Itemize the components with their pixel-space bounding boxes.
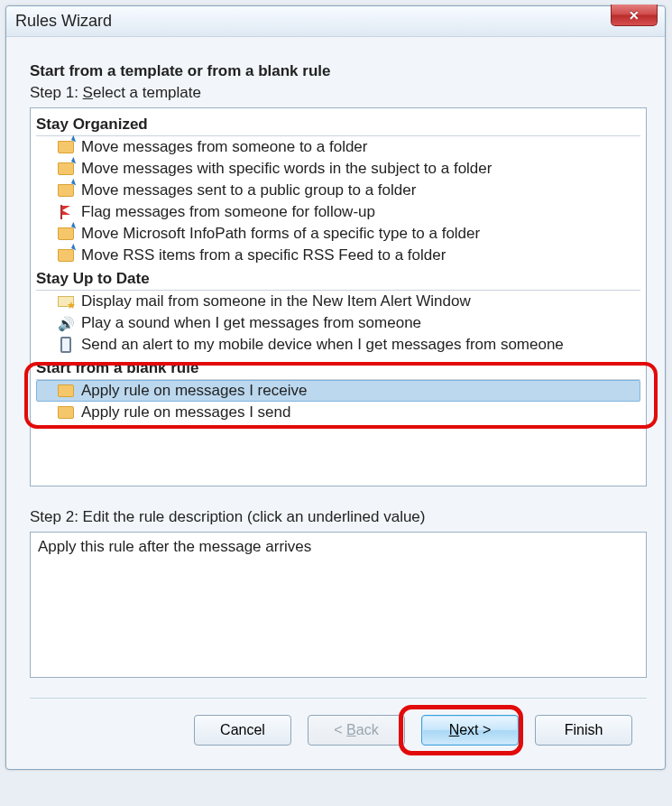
close-icon: ✕ xyxy=(629,8,640,23)
template-apply-send[interactable]: Apply rule on messages I send xyxy=(36,402,640,423)
template-move-infopath[interactable]: Move Microsoft InfoPath forms of a speci… xyxy=(36,223,640,245)
window-title: Rules Wizard xyxy=(15,12,112,31)
template-listbox[interactable]: Stay Organized Move messages from someon… xyxy=(30,107,647,486)
section-stay-organized: Stay Organized xyxy=(36,114,640,136)
flag-icon xyxy=(58,204,74,220)
template-play-sound[interactable]: 🔊 Play a sound when I get messages from … xyxy=(36,312,640,334)
section-blank-rule: Start from a blank rule xyxy=(36,357,640,380)
envelope-star-icon xyxy=(58,293,74,310)
folder-move-icon xyxy=(58,182,74,199)
template-display-new-item-alert[interactable]: Display mail from someone in the New Ite… xyxy=(36,291,640,312)
rule-description-text: Apply this rule after the message arrive… xyxy=(38,538,311,555)
mobile-icon xyxy=(58,337,74,353)
folder-move-icon xyxy=(58,161,74,177)
back-button: < Back xyxy=(308,715,405,746)
folder-plain-icon xyxy=(58,383,74,399)
template-mobile-alert[interactable]: Send an alert to my mobile device when I… xyxy=(36,334,640,356)
rules-wizard-dialog: Rules Wizard ✕ Start from a template or … xyxy=(5,5,666,770)
step1-label: Step 1: Select a template xyxy=(30,84,647,102)
close-button[interactable]: ✕ xyxy=(611,5,658,26)
template-move-from-someone[interactable]: Move messages from someone to a folder xyxy=(36,136,640,158)
cancel-button[interactable]: Cancel xyxy=(194,715,291,746)
template-move-rss[interactable]: Move RSS items from a specific RSS Feed … xyxy=(36,245,640,266)
next-button[interactable]: Next > xyxy=(421,715,519,746)
titlebar: Rules Wizard ✕ xyxy=(6,6,665,37)
step2-label: Step 2: Edit the rule description (click… xyxy=(30,508,647,526)
speaker-icon: 🔊 xyxy=(58,315,74,331)
template-flag-followup[interactable]: Flag messages from someone for follow-up xyxy=(36,201,640,223)
rule-description-box[interactable]: Apply this rule after the message arrive… xyxy=(30,532,647,678)
folder-move-icon xyxy=(58,226,74,242)
template-apply-receive[interactable]: Apply rule on messages I receive xyxy=(36,380,640,402)
dialog-body: Start from a template or from a blank ru… xyxy=(6,37,665,769)
wizard-button-row: Cancel < Back Next > Finish xyxy=(30,698,647,753)
folder-move-icon xyxy=(58,247,74,264)
template-move-words-subject[interactable]: Move messages with specific words in the… xyxy=(36,158,640,180)
section-stay-up-to-date: Stay Up to Date xyxy=(36,268,640,291)
folder-move-icon xyxy=(58,139,74,155)
template-move-public-group[interactable]: Move messages sent to a public group to … xyxy=(36,180,640,201)
intro-text: Start from a template or from a blank ru… xyxy=(30,62,647,80)
finish-button[interactable]: Finish xyxy=(535,715,632,746)
folder-plain-icon xyxy=(58,404,74,421)
